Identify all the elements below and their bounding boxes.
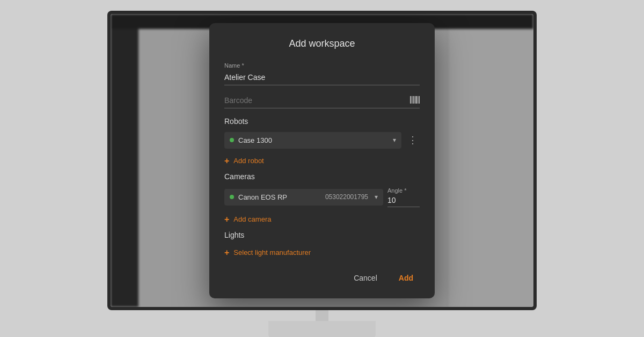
robot-chevron-icon: ▾ [393, 136, 396, 144]
angle-field-group: Angle * [387, 187, 420, 207]
svg-rect-4 [415, 96, 417, 104]
svg-rect-0 [410, 96, 411, 104]
camera-row: Canon EOS RP 053022001795 ▾ Angle * [224, 187, 420, 207]
name-input[interactable] [224, 71, 420, 85]
robot-status-dot [230, 138, 234, 142]
modal-footer: Cancel Add [224, 270, 420, 285]
select-light-plus-icon: + [224, 248, 229, 258]
add-robot-label: Add robot [233, 157, 264, 165]
barcode-scan-icon[interactable] [410, 96, 420, 106]
name-field-group: Name * [224, 62, 420, 85]
monitor-stand-neck [316, 310, 328, 322]
camera-select[interactable]: Canon EOS RP 053022001795 ▾ [224, 189, 383, 206]
svg-rect-3 [414, 96, 415, 104]
camera-chevron-icon: ▾ [375, 193, 378, 201]
svg-rect-1 [412, 96, 412, 104]
barcode-input[interactable] [224, 94, 410, 108]
robot-name: Case 1300 [238, 136, 389, 144]
robot-more-icon[interactable]: ⋮ [406, 133, 420, 147]
add-workspace-modal: Add workspace Name * [209, 23, 435, 298]
overlay-backdrop: Add workspace Name * [111, 14, 533, 307]
add-camera-plus-icon: + [224, 215, 229, 224]
select-light-row[interactable]: + Select light manufacturer [224, 246, 420, 260]
camera-status-dot [230, 195, 234, 199]
barcode-field-group [224, 94, 420, 108]
add-robot-plus-icon: + [224, 156, 229, 166]
angle-input[interactable] [387, 195, 420, 207]
add-camera-label: Add camera [233, 215, 271, 223]
lights-section-header: Lights [224, 231, 420, 239]
cameras-section-header: Cameras [224, 172, 420, 181]
svg-rect-6 [419, 96, 420, 104]
add-camera-row[interactable]: + Add camera [224, 213, 420, 226]
screen-content: Add workspace Name * [111, 14, 533, 307]
screen-bezel: Add workspace Name * [107, 11, 537, 310]
monitor-stand [268, 321, 376, 337]
robots-section-header: Robots [224, 117, 420, 126]
angle-label: Angle * [387, 187, 420, 194]
robot-select[interactable]: Case 1300 ▾ [224, 132, 401, 149]
modal-title: Add workspace [224, 38, 420, 49]
camera-name: Canon EOS RP [238, 193, 321, 201]
cancel-button[interactable]: Cancel [347, 270, 384, 285]
add-button[interactable]: Add [392, 270, 420, 285]
svg-rect-5 [418, 96, 418, 104]
app-background: Add workspace Name * [0, 0, 644, 337]
svg-rect-2 [413, 96, 414, 104]
name-label: Name * [224, 62, 420, 69]
select-light-label: Select light manufacturer [233, 248, 311, 257]
robot-row: Case 1300 ▾ ⋮ [224, 132, 420, 149]
add-robot-row[interactable]: + Add robot [224, 154, 420, 168]
camera-barcode: 053022001795 [325, 193, 368, 201]
barcode-field [224, 94, 420, 108]
